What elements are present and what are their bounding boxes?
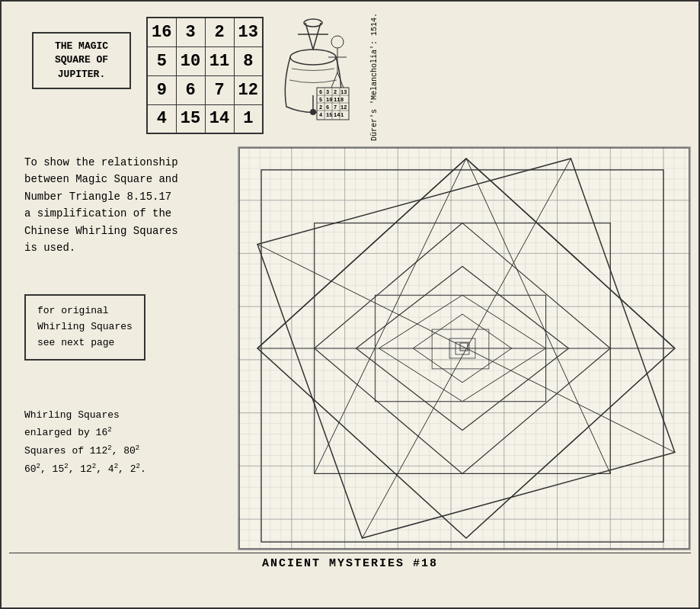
durer-figure: 6 3 2 13 5 10 11 8 2 6 7 12 4 15 14 1 [275,13,366,135]
cell-1-3: 8 [234,46,263,75]
svg-text:15: 15 [326,112,332,118]
cell-1-1: 10 [176,46,205,75]
cell-3-3: 1 [234,104,263,133]
svg-text:7: 7 [334,104,337,111]
cell-1-0: 5 [147,46,176,75]
svg-text:3: 3 [326,89,329,95]
svg-point-7 [331,36,344,48]
grid-diagram [238,147,690,550]
svg-point-3 [304,19,322,27]
note-box: for original Whirling Squares see next p… [24,294,145,360]
cell-3-0: 4 [147,104,176,133]
top-section: THE MAGICSQUARE OFJUPITER. 16 3 2 13 5 1… [9,9,691,143]
cell-2-1: 6 [176,75,205,104]
bell-svg: 6 3 2 13 5 10 11 8 2 6 7 12 4 15 14 1 [275,15,351,133]
cell-0-3: 13 [234,18,263,46]
bottom-text: Whirling Squares enlarged by 162 Squares… [24,406,222,479]
cell-2-2: 7 [205,75,234,104]
svg-text:6: 6 [319,89,322,95]
svg-text:10: 10 [326,97,332,103]
cell-0-1: 3 [176,18,205,46]
svg-text:14: 14 [334,112,340,118]
svg-text:8: 8 [340,97,344,103]
svg-point-5 [310,109,316,115]
svg-text:5: 5 [319,97,322,103]
main-content: To show the relationship between Magic S… [9,146,691,550]
svg-text:6: 6 [326,104,329,111]
cell-0-2: 2 [205,18,234,46]
cell-3-1: 15 [176,104,205,133]
svg-text:13: 13 [340,89,347,95]
cell-3-2: 14 [205,104,234,133]
svg-text:1: 1 [340,112,344,118]
cell-0-0: 16 [147,18,176,46]
svg-text:4: 4 [319,112,322,118]
svg-text:2: 2 [319,104,322,111]
intro-text: To show the relationship between Magic S… [24,154,222,256]
svg-text:11: 11 [334,97,340,103]
right-panel [238,146,691,550]
cell-2-0: 9 [147,75,176,104]
svg-text:12: 12 [340,104,347,111]
page: THE MAGICSQUARE OFJUPITER. 16 3 2 13 5 1… [0,0,700,609]
magic-grid: 16 3 2 13 5 10 11 8 9 6 7 12 [146,17,264,134]
cell-1-2: 11 [205,46,234,75]
magic-grid-container: 16 3 2 13 5 10 11 8 9 6 7 12 [146,17,264,134]
cell-2-3: 12 [234,75,263,104]
footer-text: ANCIENT MYSTERIES #18 [262,557,438,570]
svg-text:2: 2 [334,89,337,95]
left-panel: To show the relationship between Magic S… [9,146,238,550]
magic-square-label: THE MAGICSQUARE OFJUPITER. [32,32,131,89]
footer: ANCIENT MYSTERIES #18 [9,553,691,574]
